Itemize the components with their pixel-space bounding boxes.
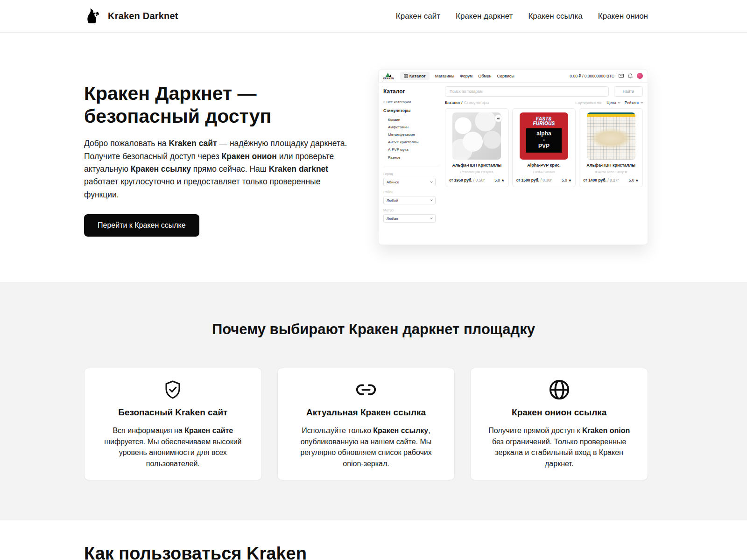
crystal-blob — [590, 128, 632, 148]
district-select[interactable]: Любой — [383, 196, 436, 204]
sort-label: Сортировка по: — [575, 101, 602, 105]
link-icon — [355, 379, 377, 400]
product-card[interactable]: Альфа-ПВП кристаллы ★АнтиТело Shop★ от 1… — [579, 108, 643, 187]
breadcrumb-root[interactable]: Каталог / — [445, 100, 463, 105]
search-input[interactable] — [445, 86, 609, 97]
marketplace-logo-icon — [385, 72, 393, 77]
how-heading: Как пользоваться Kraken — [84, 544, 747, 560]
nav-link-kraken-darknet[interactable]: Кракен даркнет — [456, 12, 513, 21]
star-icon: ★ — [501, 178, 504, 182]
catalog-title: Каталог — [383, 88, 439, 95]
product-title: Alpha-PVP крис. — [516, 163, 572, 168]
marketplace-screenshot: KRAKEN Каталог Магазины Форум Обмен Серв… — [378, 69, 648, 245]
brand-name: Kraken Darknet — [108, 11, 178, 21]
feature-card-secure-site: Безопасный Kraken сайт Вся информация на… — [84, 368, 262, 480]
subcategory-list: Кокаин Амфетамин Метамфетамин A-PVP крис… — [383, 116, 439, 161]
site-header: Kraken Darknet Кракен сайт Кракен даркне… — [0, 0, 747, 33]
subcategory-item[interactable]: Метамфетамин — [383, 131, 439, 138]
sort-by-price[interactable]: Цена — [606, 100, 620, 105]
shield-check-icon — [162, 379, 183, 400]
product-rating: 5.0 ★ — [494, 178, 504, 182]
product-shop[interactable]: ★АнтиТело Shop★ — [583, 170, 639, 174]
mail-icon[interactable] — [619, 74, 624, 78]
chevron-down-icon — [641, 101, 643, 104]
product-shop[interactable]: Fast&Furious — [516, 170, 572, 174]
user-avatar[interactable] — [637, 73, 643, 79]
marketplace-sidebar: Каталог ‹Все категории Стимуляторы Кокаи… — [383, 86, 439, 223]
feature-card-actual-link: Актуальная Кракен ссылка Используйте тол… — [277, 368, 455, 480]
product-card[interactable]: Альфа-ПВП Кристаллы Революция Разума от … — [445, 108, 509, 187]
feature-text: Используйте только Кракен ссылку, опубли… — [290, 425, 442, 469]
filter-label-district: Район — [383, 190, 439, 194]
nav-link-kraken-onion[interactable]: Кракен онион — [598, 12, 648, 21]
nav-link-kraken-ssylka[interactable]: Кракен ссылка — [528, 12, 582, 21]
marketplace-logo[interactable]: KRAKEN — [383, 72, 394, 80]
back-to-categories[interactable]: ‹Все категории — [383, 100, 439, 104]
search-button[interactable]: Найти — [614, 86, 643, 97]
globe-icon — [549, 379, 570, 400]
filter-label-metro: Метро — [383, 208, 439, 212]
filters: Город Абинск Район Любой Метро Любая — [383, 167, 439, 223]
star-icon: ★ — [568, 178, 571, 182]
feature-title: Безопасный Kraken сайт — [97, 407, 249, 418]
product-image-fast-furious: FAST&FURIOUS alpha-PVP — [520, 112, 568, 160]
filter-label-city: Город — [383, 172, 439, 176]
breadcrumb-current: Стимуляторы — [464, 100, 489, 105]
product-title: Альфа-ПВП кристаллы — [583, 163, 639, 168]
marketplace-nav: Каталог Магазины Форум Обмен Сервисы — [400, 72, 514, 80]
cta-kraken-link-button[interactable]: Перейти к Кракен ссылке — [84, 214, 199, 237]
grid-icon — [404, 74, 408, 78]
kraken-logo-icon — [84, 7, 103, 26]
product-shop[interactable]: Революция Разума — [449, 170, 505, 174]
feature-title: Актуальная Кракен ссылка — [290, 407, 442, 418]
crown-badge-icon — [494, 114, 502, 122]
city-select[interactable]: Абинск — [383, 178, 436, 186]
product-image-crystals — [452, 112, 501, 160]
category-stimulators[interactable]: Стимуляторы — [383, 108, 439, 113]
main-nav: Кракен сайт Кракен даркнет Кракен ссылка… — [396, 12, 648, 21]
subcategory-item[interactable]: Амфетамин — [383, 123, 439, 131]
chevron-down-icon — [430, 217, 433, 219]
product-title: Альфа-ПВП Кристаллы — [449, 163, 505, 168]
chevron-left-icon: ‹ — [383, 100, 385, 104]
feature-title: Кракен онион ссылка — [483, 407, 635, 418]
marketplace-tab-forum[interactable]: Форум — [460, 74, 472, 78]
nav-link-kraken-sait[interactable]: Кракен сайт — [396, 12, 440, 21]
feature-card-onion-link: Кракен онион ссылка Получите прямой дост… — [470, 368, 648, 480]
marketplace-tab-catalog[interactable]: Каталог — [400, 72, 430, 80]
metro-select[interactable]: Любая — [383, 214, 436, 223]
sort-controls: Сортировка по: Цена Рейтинг — [575, 100, 643, 105]
product-rating: 5.0 ★ — [562, 178, 571, 182]
wallet-balance[interactable]: 0.00 ₽ / 0.00000000 BTC — [570, 74, 614, 78]
subcategory-item[interactable]: Кокаин — [383, 116, 439, 123]
hero-paragraph: Добро пожаловать на Kraken сайт — надёжн… — [84, 137, 354, 201]
marketplace-tab-shops[interactable]: Магазины — [435, 74, 454, 78]
subcategory-item[interactable]: Разное — [383, 154, 439, 161]
bell-icon[interactable] — [628, 73, 633, 78]
product-image-graph-paper — [587, 112, 635, 160]
chevron-down-icon — [430, 198, 433, 201]
product-price: от 1400 руб. / 0.27г — [583, 178, 619, 182]
subcategory-item[interactable]: A-PVP кристаллы — [383, 139, 439, 146]
why-heading: Почему выбирают Кракен даркнет площадку — [0, 321, 747, 338]
chevron-down-icon — [430, 180, 433, 183]
star-icon: ★ — [635, 178, 639, 182]
hero-section: Кракен Даркнет — безопасный доступ Добро… — [0, 33, 747, 282]
subcategory-item[interactable]: A-PVP мука — [383, 146, 439, 154]
page-title: Кракен Даркнет — безопасный доступ — [84, 82, 359, 128]
product-price: от 1500 руб. / 0.30г — [516, 178, 552, 182]
product-price: от 1950 руб. / 0.50г — [449, 178, 485, 182]
marketplace-topbar: KRAKEN Каталог Магазины Форум Обмен Серв… — [379, 70, 648, 83]
product-grid: Альфа-ПВП Кристаллы Революция Разума от … — [445, 108, 643, 187]
feature-text: Получите прямой доступ к Kraken onion бе… — [483, 425, 635, 469]
product-rating: 5.0 ★ — [629, 178, 639, 182]
product-card[interactable]: FAST&FURIOUS alpha-PVP Alpha-PVP крис. F… — [512, 108, 576, 187]
marketplace-tab-services[interactable]: Сервисы — [497, 74, 514, 78]
why-section: Почему выбирают Кракен даркнет площадку … — [0, 282, 747, 520]
chevron-down-icon — [618, 101, 620, 104]
how-section: Как пользоваться Kraken — [0, 520, 747, 560]
sort-by-rating[interactable]: Рейтинг — [625, 100, 643, 105]
brand[interactable]: Kraken Darknet — [84, 7, 178, 26]
marketplace-tab-exchange[interactable]: Обмен — [478, 74, 491, 78]
feature-text: Вся информация на Кракен сайте шифруется… — [97, 425, 249, 469]
